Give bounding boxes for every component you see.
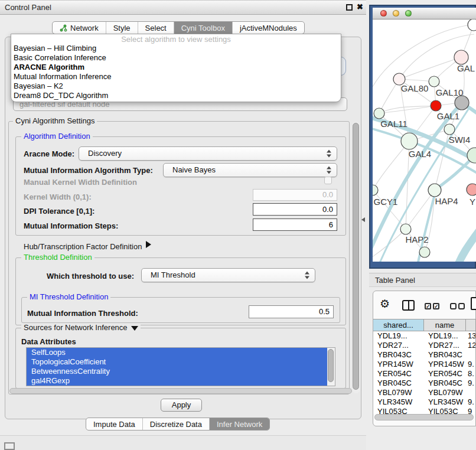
list-item-topologicalcoefficient[interactable]: TopologicalCoefficient (27, 357, 327, 367)
threshold-definition-title: Threshold Definition (21, 253, 94, 262)
network-canvas[interactable]: GAL GAL80 GAL10 GAL1 GAL11 SWI4 GAL4 GCY… (373, 19, 476, 262)
table-row[interactable]: YDL19... YDL19... 13 (373, 331, 475, 341)
manual-kernel-width-checkbox[interactable] (324, 177, 332, 184)
apply-button[interactable]: Apply (161, 399, 202, 412)
column-header-name[interactable]: name (424, 319, 466, 331)
select-all-checkboxes-icon[interactable]: ✓ ✓ (425, 303, 439, 309)
document-icon[interactable] (471, 297, 476, 310)
tab-jactivemnodules[interactable]: jActiveMNodules (233, 22, 304, 34)
table-horizontal-scrollbar[interactable] (374, 414, 474, 420)
list-item-betweennesscentrality[interactable]: BetweennessCentrality (27, 367, 327, 376)
tab-select[interactable]: Select (138, 22, 174, 34)
cell-extra (466, 388, 475, 397)
node-hap4[interactable] (428, 184, 441, 197)
table-row[interactable]: YBL079W YBL079W (373, 388, 475, 397)
which-threshold-combo[interactable]: MI Threshold (141, 268, 315, 282)
table-row[interactable]: YBR043C YBR043C (373, 350, 475, 360)
settings-horizontal-scrollbar[interactable] (9, 388, 352, 394)
which-threshold-value: MI Threshold (142, 270, 195, 279)
dropdown-item-dream8[interactable]: Dream8 DC_TDC Algorithm (11, 91, 341, 100)
node-gal7[interactable] (454, 50, 468, 64)
close-window-icon[interactable]: ✖ (357, 2, 363, 11)
tab-network[interactable]: Network (53, 22, 106, 34)
node-top-partial[interactable] (468, 19, 476, 31)
dpi-tolerance-field[interactable]: 0.0 (253, 203, 337, 216)
kernel-width-field[interactable]: 0.0 (253, 189, 337, 201)
settings-scrollbar-thumb[interactable] (353, 123, 359, 390)
node-bottom[interactable] (419, 247, 430, 257)
network-view-titlebar (373, 8, 476, 19)
dpi-tolerance-label: DPI Tolerance [0,1]: (24, 207, 94, 216)
minimized-window-icon[interactable] (4, 442, 15, 450)
node-gray[interactable] (455, 96, 469, 110)
mi-threshold-label: Mutual Information Threshold: (27, 309, 138, 318)
tab-infer-network[interactable]: Infer Network (210, 418, 269, 430)
cell-extra: 9. (466, 379, 475, 388)
cell-shared-name: YLR345W (373, 397, 424, 407)
minimize-traffic-light-icon[interactable] (393, 10, 399, 17)
control-panel-tabbar: Network Style Select Cyni Toolbox jActiv… (52, 21, 305, 34)
mi-algorithm-type-combo[interactable]: Naive Bayes (163, 163, 337, 177)
node-gal1[interactable] (431, 100, 441, 111)
column-header-shared-name[interactable]: shared... (373, 319, 424, 331)
table-panel-title: Table Panel (369, 273, 476, 287)
tab-impute-data[interactable]: Impute Data (86, 418, 143, 430)
node-label: GAL80 (401, 83, 429, 93)
deselect-all-checkboxes-icon[interactable] (450, 303, 465, 309)
table-row[interactable]: YIL053C YIL053C 9 (373, 407, 475, 414)
zoom-traffic-light-icon[interactable] (405, 10, 412, 17)
node-gal10[interactable] (429, 76, 439, 87)
column-header-extra[interactable] (466, 319, 476, 331)
node-label: HAP2 (405, 234, 428, 244)
close-traffic-light-icon[interactable] (380, 10, 387, 17)
dropdown-item-basic-correlation[interactable]: Basic Correlation Inference (11, 53, 341, 63)
node-hap2[interactable] (400, 224, 411, 234)
unchecked-box-icon (450, 303, 457, 309)
control-panel-title: Control Panel (0, 3, 51, 12)
table-row[interactable]: YLR345W YLR345W 9. (373, 397, 475, 407)
cell-shared-name: YDL19... (373, 331, 424, 341)
gear-icon[interactable]: ⚙ (380, 298, 390, 311)
collapse-down-icon[interactable] (131, 326, 138, 331)
columns-icon[interactable] (402, 300, 415, 311)
tab-impute-data-label: Impute Data (93, 418, 135, 431)
manual-kernel-width-label: Manual Kernel Width Definition (24, 178, 137, 187)
list-item-selfloops[interactable]: SelfLoops (27, 348, 327, 357)
node-swi4[interactable] (444, 124, 455, 135)
tab-select-label: Select (145, 22, 167, 34)
dropdown-item-bayesian-hill-climbing[interactable]: Bayesian – Hill Climbing (11, 44, 341, 53)
aracne-mode-value: Discovery (79, 149, 122, 158)
float-window-icon[interactable] (346, 4, 353, 11)
list-scrollbar-thumb[interactable] (328, 349, 334, 382)
table-row[interactable]: YDR27... YDR27... 12 (373, 341, 475, 350)
tab-discretize-data[interactable]: Discretize Data (143, 418, 210, 430)
table-row[interactable]: YPR145W YPR145W 9. (373, 360, 475, 369)
aracne-mode-combo[interactable]: Discovery (79, 146, 337, 161)
mi-algorithm-type-value: Naive Bayes (164, 165, 216, 174)
stepper-icon (327, 150, 332, 158)
tab-cyni-toolbox[interactable]: Cyni Toolbox (174, 22, 233, 34)
mi-steps-field[interactable]: 6 (253, 219, 337, 231)
settings-scrollbar[interactable] (352, 122, 360, 393)
dropdown-item-aracne[interactable]: ARACNE Algorithm (11, 63, 341, 72)
list-item-gal4rgexp[interactable]: gal4RGexp (27, 376, 327, 386)
mi-steps-label: Mutual Information Steps: (24, 221, 118, 230)
node-gal11[interactable] (374, 108, 384, 119)
table-row[interactable]: YER054C YER054C 8. (373, 369, 475, 379)
cell-shared-name: YBR043C (373, 350, 424, 360)
checked-box-icon: ✓ (433, 303, 439, 309)
sources-title-text: Sources for Network Inference (24, 323, 128, 332)
expand-right-icon[interactable] (146, 241, 151, 248)
dropdown-item-mutual-information[interactable]: Mutual Information Inference (11, 72, 341, 81)
table-row[interactable]: YBR045C YBR045C 9. (373, 379, 475, 388)
dropdown-item-bayesian-k2[interactable]: Bayesian – K2 (11, 81, 341, 91)
list-scrollbar[interactable] (327, 348, 335, 386)
collapse-panel-arrow-icon[interactable] (361, 217, 365, 222)
node-gcy1[interactable] (373, 185, 378, 195)
node-label: GAL (457, 63, 475, 73)
node-gal4[interactable] (401, 133, 418, 149)
tab-style[interactable]: Style (106, 22, 138, 34)
node-pink-right[interactable] (467, 184, 476, 195)
mi-threshold-field[interactable]: 0.5 (249, 305, 334, 318)
cell-name: YBL079W (424, 388, 466, 397)
